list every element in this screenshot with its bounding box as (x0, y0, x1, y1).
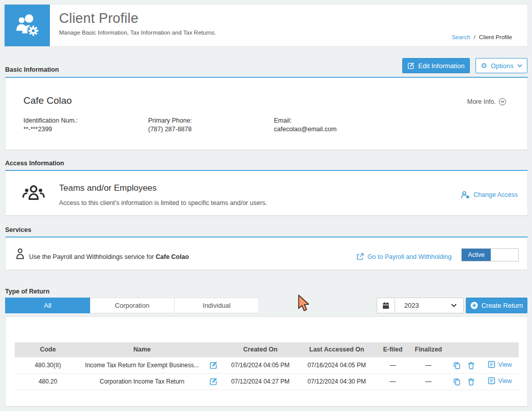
toggle-active-label: Active (462, 249, 491, 261)
primary-phone-label: Primary Phone: (148, 116, 192, 125)
cell-code: 480.30(II) (15, 357, 81, 373)
cell-last-accessed-on: 07/16/2024 04:05 PM (297, 357, 376, 373)
cell-efiled: — (376, 357, 409, 373)
delete-return-icon[interactable] (467, 362, 475, 369)
edit-return-icon[interactable] (209, 361, 217, 369)
type-of-return-label: Type of Return (5, 288, 49, 295)
header-finalized: Finalized (409, 342, 447, 357)
calendar-icon (377, 298, 395, 313)
journal-icon (488, 361, 495, 368)
view-label: View (498, 361, 512, 368)
cell-efiled: — (376, 373, 409, 390)
basic-information-card: Cafe Colao More Info. Identification Num… (5, 77, 528, 150)
edit-information-label: Edit Information (418, 62, 464, 70)
tab-corporation[interactable]: Corporation (90, 298, 175, 313)
services-client-name: Cafe Colao (156, 253, 189, 260)
cell-code: 480.20 (15, 373, 81, 390)
cell-created-on: 07/12/2024 04:27 PM (223, 373, 297, 390)
view-return-link[interactable]: View (488, 361, 512, 368)
edit-icon (407, 62, 414, 69)
returns-table: Code Name Created On Last Accessed On E-… (15, 342, 519, 390)
client-name: Cafe Colao (23, 95, 72, 106)
services-text-prefix: Use the Payroll and Withholdings service… (29, 253, 156, 260)
header-view (481, 342, 519, 357)
page-header: Client Profile Manage Basic Information,… (4, 4, 528, 47)
tab-all[interactable]: All (5, 298, 90, 313)
cell-finalized: — (409, 357, 447, 373)
access-information-label: Access Information (5, 160, 64, 167)
breadcrumb: Search / Client Profile (452, 34, 512, 40)
journal-icon (488, 377, 495, 385)
more-info-toggle[interactable]: More Info. (467, 98, 506, 105)
primary-phone-value: (787) 287-8878 (148, 125, 192, 134)
create-return-button[interactable]: Create Return (466, 298, 527, 313)
access-card-title: Teams and/or Employees (59, 183, 157, 193)
options-button[interactable]: ⚙ Options (475, 58, 527, 73)
cell-last-accessed-on: 07/12/2024 04:30 PM (297, 373, 376, 390)
breadcrumb-search-link[interactable]: Search (452, 34, 470, 40)
access-information-card: Teams and/or Employees Access to this cl… (5, 170, 528, 216)
plus-circle-icon (470, 302, 478, 309)
identification-label: Identification Num.: (23, 116, 78, 125)
payroll-active-toggle[interactable]: Active (461, 248, 519, 261)
return-type-tabs: All Corporation Individual (5, 298, 259, 313)
person-gear-icon (461, 191, 470, 199)
year-picker-group: 2023 (377, 298, 464, 313)
services-card: Use the Payroll and Withholdings service… (5, 237, 528, 270)
create-return-label: Create Return (482, 302, 523, 309)
basic-information-label: Basic Information (5, 66, 59, 73)
view-return-link[interactable]: View (488, 377, 512, 385)
header-code: Code (15, 342, 81, 357)
table-header-row: Code Name Created On Last Accessed On E-… (15, 342, 519, 357)
identification-value: **-***2399 (23, 125, 78, 134)
header-edit (203, 342, 223, 357)
year-select[interactable]: 2023 (395, 298, 464, 313)
payroll-link-label: Go to Payroll and Withholding (368, 253, 452, 260)
tab-individual[interactable]: Individual (175, 298, 259, 313)
cell-created-on: 07/16/2024 04:05 PM (223, 357, 297, 373)
returns-table-card: Code Name Created On Last Accessed On E-… (5, 316, 528, 406)
view-label: View (498, 377, 512, 385)
header-name: Name (81, 342, 203, 357)
year-select-value: 2023 (404, 302, 419, 309)
services-label: Services (5, 226, 31, 233)
header-actions (447, 342, 481, 357)
more-info-label: More Info. (467, 98, 496, 105)
page-title: Client Profile (59, 11, 527, 26)
mouse-cursor (297, 295, 311, 314)
delete-return-icon[interactable] (467, 378, 475, 386)
cell-finalized: — (409, 373, 447, 390)
header-efiled: E-filed (376, 342, 409, 357)
edit-information-button[interactable]: Edit Information (402, 58, 470, 73)
access-card-description: Access to this client's information is l… (59, 199, 267, 207)
chevron-down-icon (451, 304, 457, 307)
header-created-on: Created On (223, 342, 297, 357)
copy-return-icon[interactable] (453, 362, 461, 369)
external-link-icon (356, 253, 364, 260)
identification-field: Identification Num.: **-***2399 (23, 116, 78, 134)
people-group-icon (21, 181, 46, 209)
email-value: cafecolao@email.com (274, 125, 337, 134)
cell-name: Corporation Income Tax Return (81, 373, 203, 390)
circle-chevron-down-icon (499, 98, 506, 105)
payroll-link[interactable]: Go to Payroll and Withholding (356, 253, 452, 260)
gear-icon: ⚙ (481, 62, 487, 69)
cell-name: Income Tax Return for Exempt Business... (81, 357, 203, 373)
email-field: Email: cafecolao@email.com (274, 116, 337, 134)
chevron-down-icon (517, 64, 522, 68)
change-access-link[interactable]: Change Access (461, 191, 518, 199)
clients-gear-icon (5, 5, 50, 46)
table-row: 480.20 Corporation Income Tax Return 07/… (15, 373, 519, 390)
breadcrumb-separator: / (474, 34, 475, 40)
edit-return-icon[interactable] (209, 377, 217, 386)
options-label: Options (491, 62, 514, 70)
change-access-label: Change Access (473, 191, 518, 198)
breadcrumb-current: Client Profile (479, 34, 512, 40)
copy-return-icon[interactable] (453, 378, 461, 386)
primary-phone-field: Primary Phone: (787) 287-8878 (148, 116, 192, 134)
email-label: Email: (274, 116, 337, 125)
person-icon (15, 248, 25, 262)
services-text: Use the Payroll and Withholdings service… (29, 253, 189, 260)
header-last-accessed-on: Last Accessed On (297, 342, 376, 357)
table-row: 480.30(II) Income Tax Return for Exempt … (15, 357, 519, 373)
